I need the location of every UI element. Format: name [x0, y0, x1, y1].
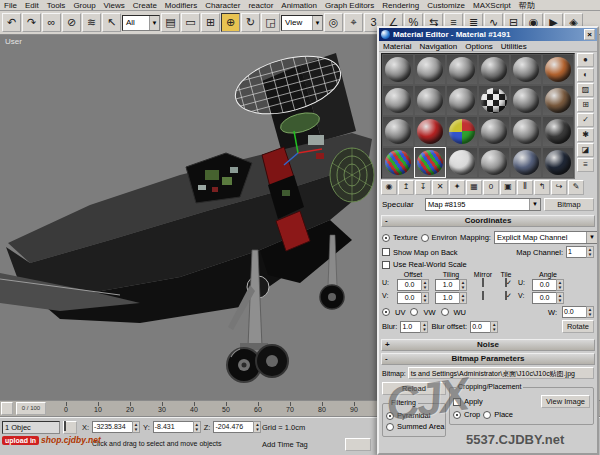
map-name-dropdown[interactable]: Map #8195 ▼ — [425, 198, 541, 211]
menu-item[interactable]: File — [0, 1, 21, 10]
uv-radio[interactable] — [382, 308, 390, 316]
perspective-viewport[interactable]: User — [0, 35, 378, 400]
menu-item[interactable]: Edit — [21, 1, 43, 10]
v-tile-checkbox[interactable] — [505, 291, 507, 300]
u-offset-field[interactable]: 0.0 — [397, 279, 429, 291]
menu-item[interactable]: Tools — [43, 1, 70, 10]
video-color-check-icon[interactable]: ✓ — [577, 113, 594, 127]
rotate-button[interactable]: Rotate — [562, 320, 594, 333]
use-real-world-scale-checkbox[interactable] — [382, 261, 390, 269]
texture-radio[interactable] — [382, 234, 390, 242]
material-sample-slot[interactable] — [414, 85, 446, 116]
spinner[interactable] — [459, 279, 467, 291]
unlink-selection-icon[interactable]: ⊘ — [62, 13, 81, 32]
menu-item[interactable]: Create — [129, 1, 161, 10]
menu-item[interactable]: Rendering — [378, 1, 423, 10]
u-angle-field[interactable]: 0.0 — [532, 279, 564, 291]
menu-item[interactable]: Character — [201, 1, 244, 10]
reset-map-icon[interactable]: ✕ — [432, 180, 448, 195]
select-and-rotate-icon[interactable]: ↻ — [241, 13, 260, 32]
material-sample-slot[interactable] — [382, 147, 414, 178]
spinner[interactable] — [421, 279, 429, 291]
v-tiling-field[interactable]: 1.0 — [435, 292, 467, 304]
show-end-result-icon[interactable]: Ⅱ — [517, 180, 533, 195]
spinner[interactable] — [253, 421, 261, 433]
material-effects-channel-icon[interactable]: 0 — [483, 180, 499, 195]
menu-item[interactable]: Modifiers — [161, 1, 201, 10]
v-offset-field[interactable]: 0.0 — [397, 292, 429, 304]
backlight-icon[interactable]: ◐ — [577, 68, 594, 82]
y-coordinate-field[interactable]: -8.431 — [153, 421, 201, 433]
spinner[interactable] — [420, 321, 428, 333]
menu-item[interactable]: Group — [69, 1, 99, 10]
spinner[interactable] — [586, 306, 594, 318]
rectangular-selection-icon[interactable]: ▭ — [181, 13, 200, 32]
material-sample-slot[interactable] — [382, 85, 414, 116]
assign-material-to-selection-icon[interactable]: ↧ — [415, 180, 431, 195]
menu-item[interactable]: 帮助 — [515, 0, 539, 11]
material-sample-slot[interactable] — [446, 54, 478, 85]
u-tile-checkbox[interactable] — [505, 278, 507, 287]
mapping-dropdown[interactable]: Explicit Map Channel ▼ — [494, 231, 598, 244]
spinner[interactable] — [556, 292, 564, 304]
material-sample-slot[interactable] — [510, 54, 542, 85]
background-icon[interactable]: ▨ — [577, 83, 594, 97]
material-sample-slot[interactable] — [478, 147, 510, 178]
window-crossing-icon[interactable]: ⊞ — [201, 13, 220, 32]
put-to-library-icon[interactable]: ▦ — [466, 180, 482, 195]
noise-rollout-header[interactable]: + Noise — [381, 339, 595, 351]
u-tiling-field[interactable]: 1.0 — [435, 279, 467, 291]
menu-item[interactable]: Navigation — [415, 42, 461, 51]
reference-coordinate-dropdown[interactable]: View ▼ — [281, 15, 323, 31]
menu-item[interactable]: Material — [379, 42, 415, 51]
coordinates-rollout-header[interactable]: - Coordinates — [381, 215, 595, 227]
material-sample-slot[interactable] — [414, 147, 446, 178]
menu-item[interactable]: Views — [100, 1, 129, 10]
sample-type-icon[interactable]: ● — [577, 53, 594, 67]
x-coordinate-field[interactable]: -3235.834 — [92, 421, 140, 433]
material-sample-slot[interactable] — [542, 85, 574, 116]
blur-field[interactable]: 1.0 — [400, 321, 428, 333]
w-angle-field[interactable]: 0.0 — [562, 306, 594, 318]
select-and-link-icon[interactable]: ∞ — [42, 13, 61, 32]
material-editor-titlebar[interactable]: Material Editor - Material #1491 × — [379, 28, 597, 41]
blur-offset-field[interactable]: 0.0 — [470, 321, 498, 333]
undo-icon[interactable]: ↶ — [2, 13, 21, 32]
spinner[interactable] — [193, 421, 201, 433]
add-time-tag[interactable]: Add Time Tag — [262, 440, 308, 449]
spinner[interactable] — [459, 292, 467, 304]
keyboard-shortcut-toggle[interactable] — [345, 438, 371, 451]
spinner[interactable] — [556, 279, 564, 291]
material-sample-slot[interactable] — [542, 147, 574, 178]
vw-radio[interactable] — [410, 308, 418, 316]
time-slider-handle[interactable]: 0 / 100 — [16, 402, 46, 415]
material-sample-slot[interactable] — [446, 116, 478, 147]
menu-item[interactable]: Customize — [423, 1, 469, 10]
view-image-button[interactable]: View Image — [541, 395, 590, 408]
material-sample-slot[interactable] — [510, 85, 542, 116]
viewport-label[interactable]: User — [5, 37, 22, 46]
selection-lock-icon[interactable] — [63, 421, 77, 434]
select-object-icon[interactable]: ↖ — [102, 13, 121, 32]
material-sample-slot[interactable] — [478, 85, 510, 116]
get-material-icon[interactable]: ◉ — [381, 180, 397, 195]
menu-item[interactable]: Animation — [277, 1, 321, 10]
v-mirror-checkbox[interactable] — [482, 291, 484, 300]
select-by-name-icon[interactable]: ▤ — [161, 13, 180, 32]
material-sample-slot[interactable] — [414, 116, 446, 147]
show-map-on-back-checkbox[interactable] — [382, 248, 390, 256]
u-mirror-checkbox[interactable] — [482, 278, 484, 287]
map-type-button[interactable]: Bitmap — [544, 198, 594, 211]
mini-curve-editor-button[interactable] — [1, 402, 13, 415]
select-and-manipulate-icon[interactable]: ⌖ — [344, 13, 363, 32]
material-sample-slot[interactable] — [510, 116, 542, 147]
material-map-navigator-icon[interactable]: ≡ — [577, 158, 594, 172]
spinner[interactable] — [586, 246, 594, 258]
wu-radio[interactable] — [441, 308, 449, 316]
material-sample-slot[interactable] — [446, 85, 478, 116]
material-sample-slot[interactable] — [446, 147, 478, 178]
material-sample-slot[interactable] — [542, 116, 574, 147]
put-material-to-scene-icon[interactable]: ↥ — [398, 180, 414, 195]
menu-item[interactable]: Options — [461, 42, 497, 51]
spinner[interactable] — [421, 292, 429, 304]
